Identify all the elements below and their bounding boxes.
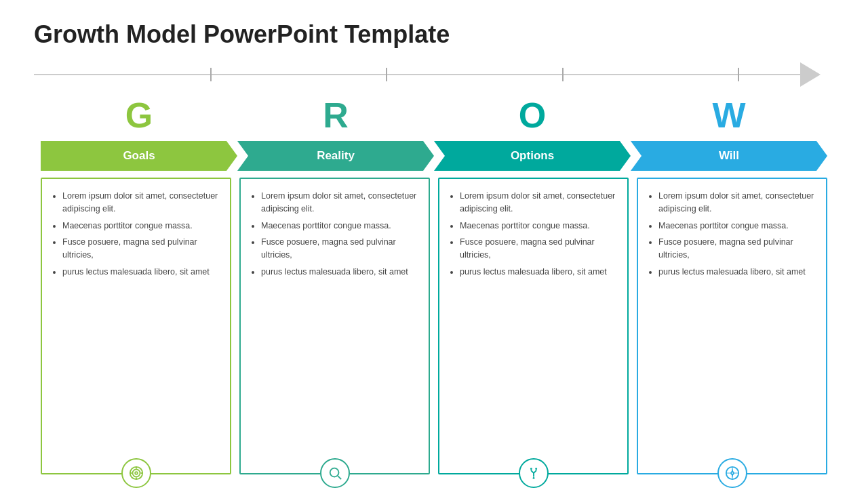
- letters-row: G R O W: [34, 95, 834, 136]
- chevron-will-label: Will: [719, 149, 739, 163]
- timeline: [34, 61, 834, 88]
- list-item: Lorem ipsum dolor sit amet, consectetuer…: [658, 190, 816, 216]
- list-item: Maecenas porttitor congue massa.: [62, 220, 220, 232]
- chevron-goals-wrapper: Goals: [41, 141, 237, 171]
- chevron-will: Will: [631, 141, 827, 171]
- chevron-goals-label: Goals: [123, 149, 155, 163]
- target-icon: [129, 466, 144, 481]
- search-icon: [328, 466, 342, 481]
- timeline-arrow: [800, 62, 821, 87]
- letter-w: W: [631, 95, 827, 136]
- list-item: purus lectus malesuada libero, sit amet: [658, 266, 816, 279]
- svg-point-7: [330, 468, 338, 477]
- list-item: Fusce posuere, magna sed pulvinar ultric…: [460, 236, 618, 262]
- letter-o: O: [434, 95, 631, 136]
- chevrons-row: Goals Reality Options Will: [34, 141, 834, 171]
- chevron-options-label: Options: [511, 149, 554, 163]
- list-item: purus lectus malesuada libero, sit amet: [261, 266, 419, 279]
- svg-point-19: [731, 472, 734, 474]
- svg-point-1: [132, 470, 140, 477]
- chevron-reality-wrapper: Reality: [237, 141, 434, 171]
- tick-2: [386, 68, 387, 81]
- card-reality-list: Lorem ipsum dolor sit amet, consectetuer…: [250, 190, 419, 279]
- svg-point-14: [532, 477, 534, 479]
- timeline-line: [34, 74, 800, 75]
- compass-icon: [725, 466, 740, 481]
- list-item: purus lectus malesuada libero, sit amet: [62, 266, 220, 279]
- list-item: purus lectus malesuada libero, sit amet: [460, 266, 618, 279]
- list-item: Maecenas porttitor congue massa.: [658, 220, 816, 232]
- list-item: Fusce posuere, magna sed pulvinar ultric…: [261, 236, 419, 262]
- card-will-icon: [717, 458, 747, 488]
- chevron-reality: Reality: [237, 141, 434, 171]
- list-item: Lorem ipsum dolor sit amet, consectetuer…: [62, 190, 220, 216]
- card-will: Lorem ipsum dolor sit amet, consectetuer…: [637, 178, 827, 474]
- page-title: Growth Model PowerPoint Template: [34, 20, 834, 49]
- tick-4: [738, 68, 739, 81]
- chevron-reality-label: Reality: [317, 149, 355, 163]
- tick-3: [562, 68, 564, 81]
- tick-1: [210, 68, 212, 81]
- card-reality-icon: [320, 458, 350, 488]
- card-reality: Lorem ipsum dolor sit amet, consectetuer…: [239, 178, 430, 474]
- fork-icon: [526, 466, 541, 481]
- list-item: Lorem ipsum dolor sit amet, consectetuer…: [261, 190, 419, 216]
- svg-point-13: [535, 468, 537, 470]
- page: Growth Model PowerPoint Template G R O W…: [0, 0, 868, 488]
- chevron-options: Options: [434, 141, 631, 171]
- card-will-list: Lorem ipsum dolor sit amet, consectetuer…: [648, 190, 816, 279]
- card-options-list: Lorem ipsum dolor sit amet, consectetuer…: [449, 190, 618, 279]
- svg-line-8: [338, 476, 341, 479]
- chevron-options-wrapper: Options: [434, 141, 631, 171]
- svg-point-12: [530, 468, 532, 470]
- list-item: Lorem ipsum dolor sit amet, consectetuer…: [460, 190, 618, 216]
- list-item: Fusce posuere, magna sed pulvinar ultric…: [658, 236, 816, 262]
- list-item: Maecenas porttitor congue massa.: [460, 220, 618, 232]
- chevron-will-wrapper: Will: [631, 141, 827, 171]
- svg-point-2: [135, 472, 138, 474]
- card-goals-list: Lorem ipsum dolor sit amet, consectetuer…: [52, 190, 220, 279]
- card-options-icon: [519, 458, 549, 488]
- letter-r: R: [237, 95, 434, 136]
- cards-row: Lorem ipsum dolor sit amet, consectetuer…: [34, 178, 834, 474]
- list-item: Maecenas porttitor congue massa.: [261, 220, 419, 232]
- list-item: Fusce posuere, magna sed pulvinar ultric…: [62, 236, 220, 262]
- card-goals-icon: [121, 458, 151, 488]
- letter-g: G: [41, 95, 237, 136]
- card-goals: Lorem ipsum dolor sit amet, consectetuer…: [41, 178, 231, 474]
- card-options: Lorem ipsum dolor sit amet, consectetuer…: [438, 178, 629, 474]
- chevron-goals: Goals: [41, 141, 237, 171]
